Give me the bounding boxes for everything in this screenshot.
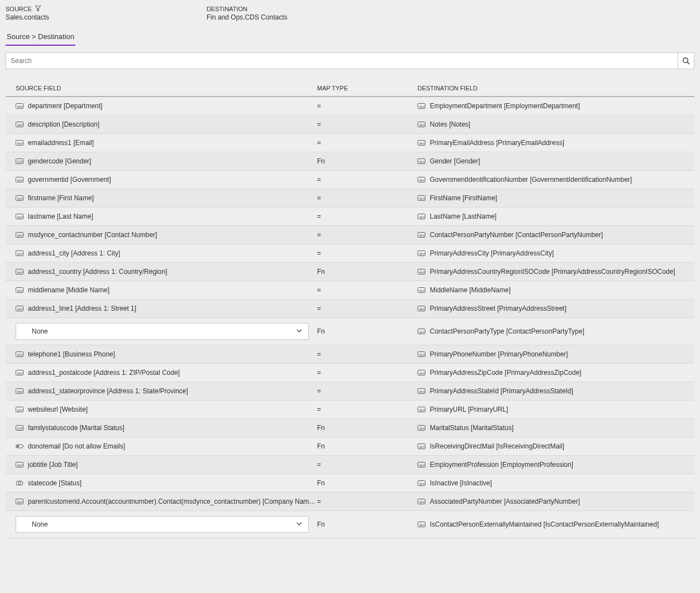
map-type[interactable]: =: [317, 305, 418, 312]
option-set-icon: [16, 158, 23, 165]
text-field-icon: [16, 121, 23, 128]
chevron-down-icon: [296, 327, 303, 336]
dest-field-label: GovernmentIdentificationNumber [Governme…: [430, 176, 632, 184]
source-field-label: firstname [First Name]: [28, 194, 94, 202]
search-button[interactable]: [678, 52, 694, 69]
source-field-select[interactable]: None: [16, 516, 309, 533]
table-row[interactable]: address1_postalcode [Address 1: ZIP/Post…: [6, 364, 694, 382]
source-field-label: department [Department]: [28, 102, 102, 110]
source-field-label: gendercode [Gender]: [28, 157, 91, 165]
dest-field-label: PrimaryPhoneNumber [PrimaryPhoneNumber]: [430, 350, 568, 358]
text-field-icon: [418, 250, 425, 257]
dest-field-label: EmploymentDepartment [EmploymentDepartme…: [430, 102, 580, 110]
text-field-icon: [418, 498, 425, 505]
dest-field-label: FirstName [FirstName]: [430, 194, 497, 202]
map-type[interactable]: Fn: [317, 424, 418, 432]
source-field-select[interactable]: None: [16, 323, 309, 340]
dest-value: Fin and Ops.CDS Contacts: [207, 13, 374, 21]
dest-field-label: PrimaryURL [PrimaryURL]: [430, 406, 508, 413]
text-field-icon: [418, 521, 425, 528]
grid-header: SOURCE FIELD MAP TYPE DESTINATION FIELD: [6, 80, 694, 97]
map-type[interactable]: =: [317, 387, 418, 395]
text-field-icon: [16, 176, 23, 183]
table-row[interactable]: address1_stateorprovince [Address 1: Sta…: [6, 382, 694, 401]
table-row[interactable]: firstname [First Name]=FirstName [FirstN…: [6, 189, 694, 208]
table-row[interactable]: governmentid [Government]=GovernmentIden…: [6, 171, 694, 189]
tabs: Source > Destination: [6, 29, 694, 46]
map-type[interactable]: Fn: [317, 520, 418, 528]
map-type[interactable]: =: [317, 286, 418, 294]
map-type[interactable]: =: [317, 176, 418, 184]
col-map[interactable]: MAP TYPE: [317, 85, 418, 91]
dest-field-label: PrimaryAddressZipCode [PrimaryAddressZip…: [430, 369, 581, 377]
source-field-label: msdynce_contactnumber [Contact Number]: [28, 231, 157, 239]
col-dest[interactable]: DESTINATION FIELD: [418, 85, 684, 91]
table-row[interactable]: lastname [Last Name]=LastName [LastName]: [6, 208, 694, 226]
map-type[interactable]: Fn: [317, 268, 418, 276]
table-row[interactable]: familystatuscode [Marital Status]FnMarit…: [6, 419, 694, 437]
header: SOURCE Sales.contacts DESTINATION Fin an…: [6, 6, 694, 25]
option-set-icon: [16, 425, 23, 431]
map-type[interactable]: =: [317, 194, 418, 202]
map-type[interactable]: Fn: [317, 442, 418, 450]
source-field-label: parentcustomerid.Account(accountnumber).…: [28, 498, 317, 505]
source-field-label: familystatuscode [Marital Status]: [28, 424, 124, 432]
table-row[interactable]: telephone1 [Business Phone]=PrimaryPhone…: [6, 345, 694, 364]
table-row[interactable]: jobtitle [Job Title]=EmploymentProfessio…: [6, 456, 694, 474]
text-field-icon: [16, 305, 23, 312]
text-field-icon: [418, 480, 425, 486]
dest-field-label: Notes [Notes]: [430, 120, 471, 128]
source-field-label: address1_postalcode [Address 1: ZIP/Post…: [28, 369, 180, 377]
dest-field-label: ContactPersonPartyType [ContactPersonPar…: [430, 327, 584, 335]
map-type[interactable]: =: [317, 369, 418, 377]
map-type[interactable]: Fn: [317, 157, 418, 165]
search-input[interactable]: [6, 52, 694, 69]
text-field-icon: [418, 305, 425, 312]
toggle-icon: [16, 443, 23, 450]
source-field-label: donotemail [Do not allow Emails]: [28, 442, 125, 450]
map-type[interactable]: =: [317, 102, 418, 110]
text-field-icon: [16, 103, 23, 109]
map-type[interactable]: =: [317, 139, 418, 147]
source-field-label: address1_country [Address 1: Country/Reg…: [28, 268, 167, 276]
source-field-label: jobtitle [Job Title]: [28, 461, 78, 469]
map-type[interactable]: =: [317, 120, 418, 128]
map-type[interactable]: =: [317, 231, 418, 239]
tab-source-dest[interactable]: Source > Destination: [6, 29, 75, 46]
source-field-label: emailaddress1 [Email]: [28, 139, 94, 147]
dest-label: DESTINATION: [207, 6, 374, 12]
table-row[interactable]: address1_city [Address 1: City]=PrimaryA…: [6, 244, 694, 263]
table-row[interactable]: department [Department]=EmploymentDepart…: [6, 97, 694, 115]
table-row[interactable]: websiteurl [Website]=PrimaryURL [Primary…: [6, 401, 694, 419]
table-row[interactable]: parentcustomerid.Account(accountnumber).…: [6, 493, 694, 511]
col-source[interactable]: SOURCE FIELD: [16, 85, 317, 91]
map-type[interactable]: =: [317, 406, 418, 413]
text-field-icon: [418, 158, 425, 165]
map-type[interactable]: =: [317, 498, 418, 505]
map-type[interactable]: Fn: [317, 327, 418, 335]
table-row[interactable]: middlename [Middle Name]=MiddleName [Mid…: [6, 281, 694, 300]
table-row[interactable]: NoneFnIsContactPersonExternallyMaintaine…: [6, 511, 694, 538]
mapping-grid: SOURCE FIELD MAP TYPE DESTINATION FIELD …: [6, 80, 694, 538]
table-row[interactable]: address1_country [Address 1: Country/Reg…: [6, 263, 694, 281]
table-row[interactable]: NoneFnContactPersonPartyType [ContactPer…: [6, 318, 694, 345]
map-type[interactable]: =: [317, 350, 418, 358]
table-row[interactable]: description [Description]=Notes [Notes]: [6, 115, 694, 134]
map-type[interactable]: Fn: [317, 479, 418, 487]
map-type[interactable]: =: [317, 461, 418, 469]
dest-field-label: EmploymentProfession [EmploymentProfessi…: [430, 461, 573, 469]
table-row[interactable]: donotemail [Do not allow Emails]FnIsRece…: [6, 437, 694, 456]
table-row[interactable]: gendercode [Gender]FnGender [Gender]: [6, 152, 694, 171]
table-row[interactable]: address1_line1 [Address 1: Street 1]=Pri…: [6, 300, 694, 318]
filter-icon[interactable]: [35, 6, 41, 12]
source-field-label: websiteurl [Website]: [28, 406, 88, 413]
text-field-icon: [16, 351, 23, 358]
dest-field-label: PrimaryAddressStateId [PrimaryAddressSta…: [430, 387, 573, 395]
table-row[interactable]: msdynce_contactnumber [Contact Number]=C…: [6, 226, 694, 244]
map-type[interactable]: =: [317, 213, 418, 220]
text-field-icon: [16, 498, 23, 505]
table-row[interactable]: statecode [Status]FnIsInactive [IsInacti…: [6, 474, 694, 493]
text-field-icon: [418, 369, 425, 376]
table-row[interactable]: emailaddress1 [Email]=PrimaryEmailAddres…: [6, 134, 694, 152]
map-type[interactable]: =: [317, 249, 418, 257]
